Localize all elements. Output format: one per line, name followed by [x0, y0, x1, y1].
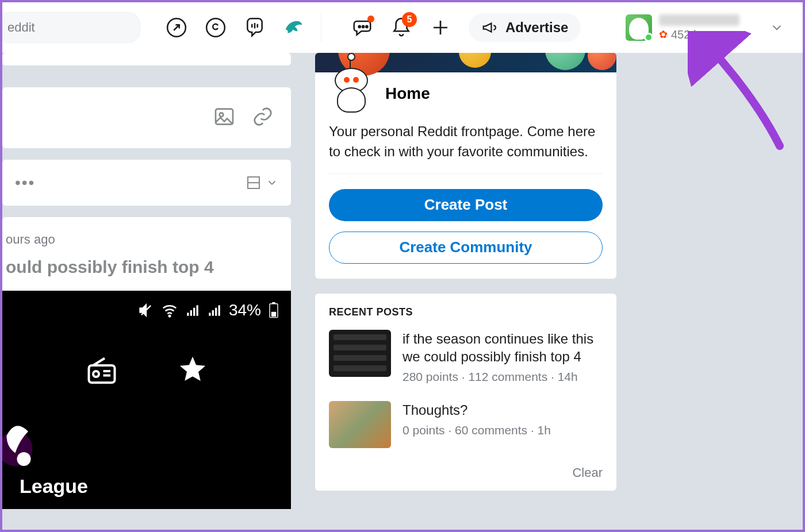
user-meta: ✿ 452 karma: [659, 14, 739, 41]
svg-point-4: [366, 26, 367, 28]
view-toggle[interactable]: [245, 174, 278, 191]
sidebar-column: Home Your personal Reddit frontpage. Com…: [315, 53, 616, 491]
svg-rect-14: [209, 313, 210, 315]
link-post-icon[interactable]: [252, 106, 274, 130]
recent-heading: RECENT POSTS: [329, 306, 603, 318]
card-view-icon: [245, 174, 262, 191]
search-text: eddit: [7, 20, 35, 35]
partial-card-top: [2, 53, 291, 65]
notif-count-badge: 5: [402, 12, 417, 27]
svg-point-9: [169, 315, 171, 317]
create-post-button[interactable]: Create Post: [329, 189, 603, 221]
divider: [329, 174, 603, 174]
svg-point-27: [17, 452, 31, 466]
svg-point-3: [362, 26, 364, 28]
post-image: 34% League: [2, 291, 291, 509]
battery-icon: [268, 302, 279, 318]
signal-icon: [185, 303, 200, 318]
feed-post[interactable]: ours ago ould possibly finish top 4 34% …: [2, 217, 291, 509]
premier-league-badge: [2, 406, 37, 475]
svg-rect-19: [271, 312, 276, 317]
search-input[interactable]: eddit: [0, 12, 140, 43]
svg-rect-11: [190, 310, 192, 316]
recent-title: if the season continues like this we cou…: [402, 330, 603, 365]
svg-rect-13: [196, 305, 198, 315]
header-icons-left: [166, 17, 305, 38]
wifi-icon: [161, 302, 178, 319]
header-divider: [321, 13, 321, 42]
svg-rect-17: [218, 305, 220, 315]
create-post-icon[interactable]: [430, 17, 451, 38]
signal2-icon: [207, 303, 222, 318]
svg-rect-20: [272, 302, 275, 304]
talk-icon[interactable]: [244, 17, 266, 38]
recent-thumb: [329, 330, 391, 377]
snoo-mascot: [329, 57, 374, 113]
feed-column: ••• ours ago ould possibly finish top 4 …: [2, 53, 291, 530]
screenshot-status-bar: 34%: [138, 301, 279, 319]
chat-icon[interactable]: [351, 17, 373, 38]
league-text: League: [20, 475, 88, 498]
radio-icon: [85, 354, 119, 388]
recent-title: Thoughts?: [402, 401, 551, 419]
coin-icon[interactable]: [205, 17, 227, 38]
top-header: eddit 5 Advertise: [2, 2, 803, 53]
image-post-icon[interactable]: [213, 105, 236, 130]
compose-card: [2, 87, 291, 148]
clear-button[interactable]: Clear: [329, 465, 603, 480]
svg-rect-12: [193, 308, 195, 316]
advertise-label: Advertise: [505, 20, 568, 36]
star-icon: [177, 354, 209, 386]
notifications-icon[interactable]: 5: [390, 17, 412, 38]
recent-item[interactable]: if the season continues like this we cou…: [329, 330, 603, 384]
karma-text: 452 karma: [671, 28, 726, 41]
recent-meta: 0 points · 60 comments · 1h: [402, 423, 551, 437]
post-title: ould possibly finish top 4: [2, 257, 291, 277]
megaphone-icon: [481, 19, 499, 36]
create-community-button[interactable]: Create Community: [329, 232, 603, 264]
sort-card: •••: [2, 160, 291, 206]
avatar: [626, 14, 652, 41]
popular-icon[interactable]: [166, 17, 187, 38]
screenshot-icons: [2, 354, 291, 388]
advertise-button[interactable]: Advertise: [469, 13, 581, 42]
recent-item[interactable]: Thoughts? 0 points · 60 comments · 1h: [329, 401, 603, 448]
header-icons-right: 5 Advertise: [351, 13, 581, 42]
battery-percent: 34%: [229, 301, 261, 319]
recent-posts-card: RECENT POSTS if the season continues lik…: [315, 294, 616, 491]
home-card: Home Your personal Reddit frontpage. Com…: [315, 53, 616, 279]
home-title: Home: [385, 84, 430, 103]
svg-point-1: [206, 18, 225, 37]
svg-rect-16: [215, 308, 217, 316]
user-menu[interactable]: ✿ 452 karma: [626, 14, 791, 41]
karma-icon: ✿: [659, 28, 668, 41]
chevron-down-icon: [769, 20, 784, 35]
recent-meta: 280 points · 112 comments · 14h: [402, 370, 603, 384]
svg-rect-10: [187, 313, 189, 315]
username-blurred: [659, 14, 739, 26]
svg-point-22: [93, 371, 99, 377]
svg-point-2: [359, 26, 361, 28]
mute-icon: [138, 302, 154, 318]
chevron-down-icon: [266, 176, 278, 189]
post-time: ours ago: [2, 232, 291, 247]
chat-badge-dot: [367, 16, 374, 22]
svg-rect-15: [212, 310, 214, 316]
more-sort-icon[interactable]: •••: [15, 174, 35, 192]
home-description: Your personal Reddit frontpage. Come her…: [315, 118, 616, 174]
recent-thumb: [329, 401, 391, 448]
svg-point-6: [220, 113, 224, 117]
dolphin-icon[interactable]: [283, 17, 305, 38]
online-indicator: [644, 33, 653, 42]
